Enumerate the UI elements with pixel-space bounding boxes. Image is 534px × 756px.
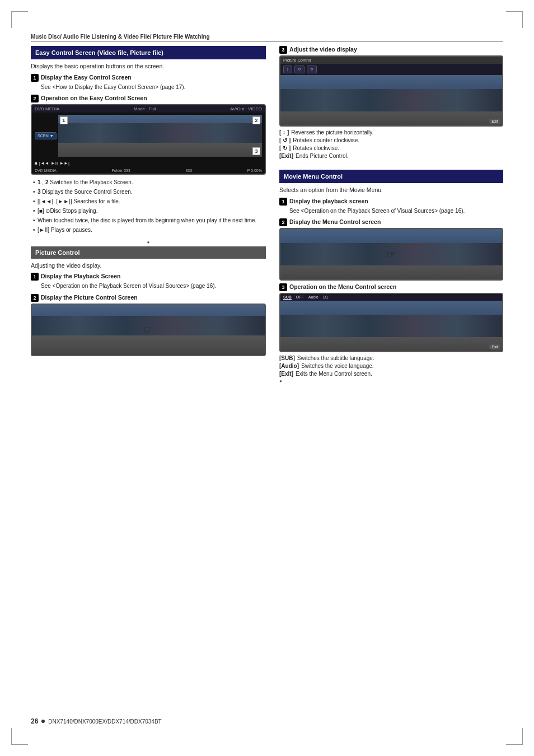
menu-control-view: ☞ — [280, 229, 502, 279]
road-bg — [32, 335, 265, 355]
dvd-status: DVD MEDIA Folder 333 333 P 0.00% — [32, 167, 265, 174]
zone-3: 3 — [252, 147, 260, 155]
easy-control-bullets: 1 , 2 Switches to the Playback Screen. 3… — [33, 178, 266, 234]
crop-mark-tl — [11, 11, 28, 28]
easy-control-device-screen: DVD MEDIA Mode : Full AV/Out : VIDEO SCR… — [31, 104, 266, 175]
exit-btn-pc[interactable]: Exit — [489, 119, 500, 124]
mv-step-num-3: 3 — [279, 283, 287, 291]
icon-item-exit-pc: [Exit] Ends Picture Control. — [279, 153, 503, 159]
easy-control-body: Displays the basic operation buttons on … — [31, 62, 266, 71]
right-column: 3 Adjust the video display Picture Contr… — [279, 46, 503, 385]
icon-item-audio: [Audio] Switches the voice language. — [279, 363, 503, 369]
movie-step1-header: 1 Display the playback screen — [279, 198, 503, 206]
movie-step3-header: 3 Operation on the Menu Control screen — [279, 283, 503, 291]
picture-step1-header: 1 Display the Playback Screen — [31, 273, 266, 281]
adjust-icons-legend: [ ↕ ] Reverses the picture horizontally.… — [279, 129, 503, 159]
operation-view: Exit — [280, 301, 502, 351]
dvd-bar: DVD MEDIA Mode : Full AV/Out : VIDEO — [32, 105, 265, 113]
pc-btn-row: ↕ ↺ ↻ — [280, 64, 502, 75]
easy-control-step1-body: See <How to Display the Easy Control Scr… — [41, 83, 266, 92]
easy-control-step1-header: 1 Display the Easy Control Screen — [31, 74, 266, 82]
zone-2: 2 — [252, 116, 260, 124]
picture-step1-body: See <Operation on the Playback Screen of… — [41, 282, 266, 291]
exit-btn-op[interactable]: Exit — [489, 344, 500, 349]
crop-mark-tr — [506, 11, 523, 28]
footer-dot — [41, 720, 45, 723]
hand-touch-icon-mc: ☞ — [386, 248, 396, 261]
mv-step-num-1: 1 — [279, 198, 287, 206]
easy-control-step2-header: 2 Operation on the Easy Control Screen — [31, 95, 266, 102]
pc-btn-1[interactable]: ↕ — [283, 66, 292, 73]
adjust-step3-header: 3 Adjust the video display — [279, 46, 503, 54]
playback-controls: ■ |◄◄ ►II ►►| — [32, 159, 265, 167]
step-num-1: 1 — [31, 74, 39, 82]
movie-icons-legend: [SUB] Switches the subtitle language. [A… — [279, 355, 503, 377]
pc-bar: Picture Control — [280, 57, 502, 64]
dvd-controls: SCRN ▼ 1 2 3 — [32, 113, 265, 159]
top-section-title: Music Disc/ Audio File Listening & Video… — [31, 34, 503, 41]
movie-step1-body: See <Operation on the Playback Screen of… — [289, 207, 503, 216]
pc-step-num-1: 1 — [31, 273, 39, 281]
menu-control-screen: ☞ — [279, 228, 503, 281]
picture-control-screen: ☞ — [31, 304, 266, 356]
buildings-op — [280, 315, 502, 337]
icon-item-sub: [SUB] Switches the subtitle language. — [279, 355, 503, 361]
buildings-pc — [280, 89, 502, 111]
movie-menu-body: Selects an option from the Movie Menu. — [279, 186, 503, 194]
sub-menu-bar: SUB OFF Audio 1/1 — [280, 294, 502, 301]
pc-step-num-2: 2 — [31, 294, 39, 302]
mv-step-num-2: 2 — [279, 218, 287, 226]
movie-step2-header: 2 Display the Menu Control screen — [279, 218, 503, 226]
easy-control-section-title: Easy Control Screen (Video file, Picture… — [31, 46, 266, 59]
adj-step-num-3: 3 — [279, 46, 287, 54]
picture-control-section-title: Picture Control — [31, 246, 266, 259]
section-divider-1: ● — [31, 240, 266, 245]
section-divider-2: ● — [279, 379, 503, 384]
picture-step2-header: 2 Display the Picture Control Screen — [31, 294, 266, 302]
scrn-button[interactable]: SCRN ▼ — [35, 132, 57, 139]
icon-item-cw: [ ↻ ] Rotates clockwise. — [279, 145, 503, 151]
icon-item-flip: [ ↕ ] Reverses the picture horizontally. — [279, 129, 503, 136]
main-content: Easy Control Screen (Video file, Picture… — [31, 46, 503, 385]
step-num-2: 2 — [31, 95, 39, 102]
hand-touch-icon: ☞ — [143, 323, 153, 337]
pc-btn-2[interactable]: ↺ — [294, 66, 305, 73]
picture-control-adjust-screen: Picture Control ↕ ↺ ↻ Exit — [279, 55, 503, 127]
crop-mark-bl — [11, 728, 28, 745]
icon-item-exit-mv: [Exit] Exits the Menu Control screen. — [279, 371, 503, 377]
movie-menu-section-title: Movie Menu Control — [279, 170, 503, 183]
zone-1: 1 — [60, 116, 68, 124]
icon-item-ccw: [ ↺ ] Rotates counter clockwise. — [279, 137, 503, 143]
picture-control-body: Adjusting the video display. — [31, 262, 266, 270]
pc-btn-3[interactable]: ↻ — [307, 66, 317, 73]
left-column: Easy Control Screen (Video file, Picture… — [31, 46, 266, 385]
page: Music Disc/ Audio File Listening & Video… — [0, 0, 534, 756]
crop-mark-br — [506, 728, 523, 745]
pc-adjust-view: Exit — [280, 75, 502, 125]
page-footer: 26 DNX7140/DNX7000EX/DDX714/DDX7034BT — [31, 717, 162, 725]
landscape-view: ☞ — [32, 305, 265, 355]
menu-operation-screen: SUB OFF Audio 1/1 Exit — [279, 293, 503, 352]
